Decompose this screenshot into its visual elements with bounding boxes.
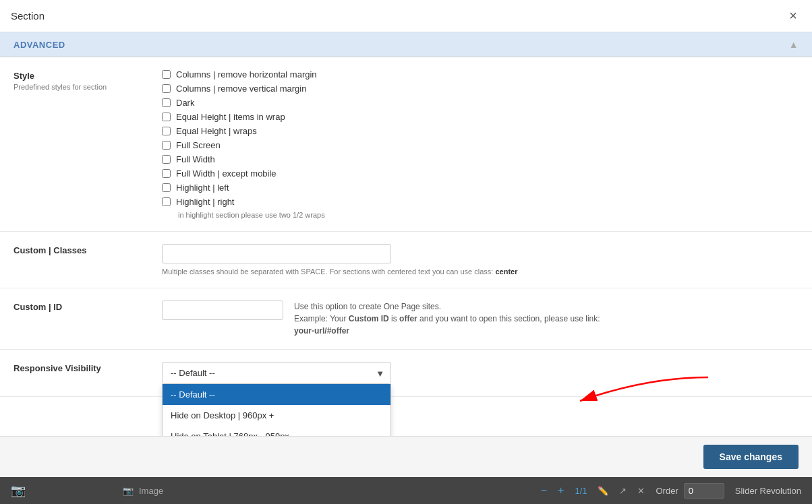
custom-classes-input[interactable]: [162, 244, 391, 263]
checkbox-item: Columns | remove vertical margin: [162, 84, 799, 94]
modal-close-button[interactable]: ×: [785, 7, 801, 25]
style-section-row: Style Predefined styles for section Colu…: [0, 57, 812, 232]
custom-id-input[interactable]: [162, 301, 283, 320]
custom-classes-label-container: Custom | Classes: [13, 244, 162, 255]
checkbox-item: Equal Height | wraps: [162, 126, 799, 136]
responsive-dropdown-container: -- Default -- Hide on Desktop | 960px + …: [162, 362, 391, 384]
checkbox-highlight-right[interactable]: [162, 197, 171, 206]
plus-button[interactable]: +: [558, 484, 564, 497]
style-label-container: Style Predefined styles for section: [13, 69, 162, 91]
checkbox-label-equal-height-wraps[interactable]: Equal Height | wraps: [176, 126, 257, 136]
dropdown-option-hide-desktop[interactable]: Hide on Desktop | 960px +: [163, 405, 390, 426]
checkbox-item: Highlight | right: [162, 197, 799, 207]
modal-title: Section: [11, 10, 45, 22]
checkbox-item: Full Screen: [162, 140, 799, 150]
modal-body: Style Predefined styles for section Colu…: [0, 57, 812, 436]
camera-icon: 📷: [11, 483, 26, 498]
red-arrow-annotation: [540, 374, 715, 416]
close-icon[interactable]: ✕: [637, 486, 645, 496]
slider-revolution-label: Slider Revolution: [735, 486, 801, 496]
custom-id-row: Custom | ID Use this option to create On…: [0, 288, 812, 350]
custom-classes-note: Multiple classes should be separated wit…: [162, 267, 567, 276]
chevron-up-icon: ▲: [789, 39, 799, 50]
responsive-label-container: Responsive Visibility: [13, 362, 162, 373]
checkbox-item: Columns | remove horizontal margin: [162, 69, 799, 80]
checkbox-full-width[interactable]: [162, 155, 171, 164]
dropdown-option-hide-tablet[interactable]: Hide on Tablet | 768px - 959px: [163, 426, 390, 436]
modal-container: Section × ADVANCED ▲ Style Predefined st…: [0, 0, 812, 504]
checkbox-label-full-width-except-mobile[interactable]: Full Width | except mobile: [176, 168, 277, 179]
checkbox-item: Equal Height | items in wrap: [162, 112, 799, 122]
page-info: 1/1: [575, 486, 587, 496]
checkbox-highlight-left[interactable]: [162, 183, 171, 192]
modal-footer: Save changes: [0, 436, 812, 477]
checkbox-equal-height-items[interactable]: [162, 113, 171, 121]
checkbox-label-dark[interactable]: Dark: [176, 98, 194, 108]
checkbox-item: Highlight | left: [162, 183, 799, 193]
responsive-visibility-row: Responsive Visibility -- Default -- Hide…: [0, 350, 812, 397]
checkbox-dark[interactable]: [162, 98, 171, 107]
checkbox-full-screen[interactable]: [162, 141, 171, 150]
checkbox-columns-h-margin[interactable]: [162, 70, 171, 79]
modal-header: Section ×: [0, 0, 812, 32]
order-section: Order: [656, 483, 724, 499]
responsive-content: -- Default -- Hide on Desktop | 960px + …: [162, 362, 799, 384]
custom-classes-content: Multiple classes should be separated wit…: [162, 244, 799, 276]
advanced-label: ADVANCED: [13, 40, 65, 50]
style-label: Style: [13, 71, 162, 81]
custom-id-label: Custom | ID: [13, 302, 162, 312]
responsive-dropdown[interactable]: -- Default -- Hide on Desktop | 960px + …: [162, 362, 391, 384]
checkbox-label-full-screen[interactable]: Full Screen: [176, 140, 221, 150]
bottom-controls-left: 📷: [11, 483, 31, 498]
checkbox-equal-height-wraps[interactable]: [162, 127, 171, 135]
bottom-right-controls: − + 1/1 ✏️ ↗ ✕ Order Slider Revolution: [541, 483, 801, 499]
checkbox-full-width-except-mobile[interactable]: [162, 169, 171, 178]
dropdown-options-list: -- Default -- Hide on Desktop | 960px + …: [162, 384, 391, 436]
order-label: Order: [656, 486, 678, 496]
highlight-note: in highlight section please use two 1/2 …: [178, 211, 799, 219]
custom-id-label-container: Custom | ID: [13, 301, 162, 312]
custom-classes-label: Custom | Classes: [13, 245, 162, 255]
custom-classes-row: Custom | Classes Multiple classes should…: [0, 232, 812, 288]
checkbox-item: Dark: [162, 98, 799, 108]
edit-icon[interactable]: ✏️: [598, 486, 608, 496]
style-checkboxes: Columns | remove horizontal margin Colum…: [162, 69, 799, 219]
checkbox-label-equal-height-items[interactable]: Equal Height | items in wrap: [176, 112, 285, 122]
checkbox-item: Full Width | except mobile: [162, 168, 799, 179]
custom-id-note: Use this option to create One Page sites…: [294, 301, 618, 337]
order-input[interactable]: [684, 483, 724, 499]
checkbox-item: Full Width: [162, 154, 799, 164]
custom-id-content: Use this option to create One Page sites…: [162, 301, 799, 337]
checkbox-label-full-width[interactable]: Full Width: [176, 154, 215, 164]
advanced-bar[interactable]: ADVANCED ▲: [0, 32, 812, 57]
checkbox-label-highlight-left[interactable]: Highlight | left: [176, 183, 229, 193]
checkbox-label-columns-v-margin[interactable]: Columns | remove vertical margin: [176, 84, 306, 94]
style-description: Predefined styles for section: [13, 83, 162, 91]
save-changes-button[interactable]: Save changes: [703, 445, 799, 469]
export-icon[interactable]: ↗: [619, 486, 627, 496]
bottom-controls-center: 📷 Image: [123, 486, 163, 496]
minus-button[interactable]: −: [541, 484, 547, 497]
checkbox-label-highlight-right[interactable]: Highlight | right: [176, 197, 234, 207]
responsive-label: Responsive Visibility: [13, 363, 162, 373]
checkbox-columns-v-margin[interactable]: [162, 84, 171, 93]
bottom-camera-icon2: 📷: [123, 486, 134, 496]
dropdown-option-default[interactable]: -- Default --: [163, 384, 390, 405]
bottom-image-label2: Image: [139, 486, 163, 496]
bottom-bar: 📷 📷 Image − + 1/1 ✏️ ↗ ✕ Order Slider Re…: [0, 477, 812, 504]
checkbox-label-columns-h-margin[interactable]: Columns | remove horizontal margin: [176, 69, 317, 80]
